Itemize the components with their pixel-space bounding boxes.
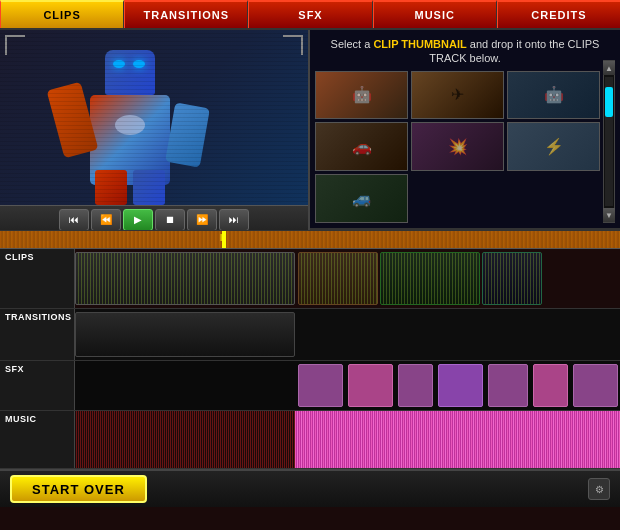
- robot-arm-left: [47, 82, 99, 159]
- track-content-sfx[interactable]: [75, 361, 620, 410]
- robot-chest: [115, 115, 145, 135]
- clip-segment-3[interactable]: [380, 252, 480, 305]
- clip-thumb-6[interactable]: ⚡: [507, 122, 600, 171]
- main-area: ⏮ ⏪ ▶ ⏹ ⏩ ⏭ Select a CLIP THUMBNAIL and …: [0, 30, 620, 230]
- robot-leg-right: [133, 170, 165, 205]
- clip-segment-1[interactable]: [75, 252, 295, 305]
- tab-sfx[interactable]: SFX: [248, 0, 372, 28]
- corner-tl: [5, 35, 25, 55]
- clip-thumbnail-grid: 🤖 ✈ 🤖 🚗 💥: [315, 71, 615, 223]
- clip-scrollbar: ▲ ▼: [603, 60, 615, 223]
- sfx-segment-6[interactable]: [533, 364, 568, 407]
- play-button[interactable]: ▶: [123, 209, 153, 231]
- scroll-thumb[interactable]: [605, 87, 613, 117]
- scroll-up-arrow[interactable]: ▲: [603, 61, 615, 75]
- sfx-segment-1[interactable]: [298, 364, 343, 407]
- tab-music[interactable]: MUSIC: [373, 0, 497, 28]
- robot-eye-right: [133, 60, 145, 68]
- video-preview: ⏮ ⏪ ▶ ⏹ ⏩ ⏭: [0, 30, 310, 230]
- corner-tr: [283, 35, 303, 55]
- forward-fast-button[interactable]: ⏭: [219, 209, 249, 231]
- robot-leg-left: [95, 170, 127, 205]
- track-content-transitions[interactable]: [75, 309, 620, 360]
- timeline: CLIPS TRANSITIONS: [0, 230, 620, 469]
- music-segment-bright[interactable]: [295, 411, 620, 468]
- sfx-segment-5[interactable]: [488, 364, 528, 407]
- clip-segment-4[interactable]: [482, 252, 542, 305]
- track-label-sfx: SFX: [0, 361, 75, 410]
- tab-clips[interactable]: CLIPS: [0, 0, 124, 28]
- track-content-music[interactable]: [75, 411, 620, 468]
- nav-tabs: CLIPS TRANSITIONS SFX MUSIC CREDITS: [0, 0, 620, 30]
- clip-thumb-1[interactable]: 🤖: [315, 71, 408, 120]
- tab-transitions[interactable]: TRANSITIONS: [124, 0, 248, 28]
- track-row-music: MUSIC: [0, 411, 620, 469]
- sfx-segment-4[interactable]: [438, 364, 483, 407]
- rewind-button[interactable]: ⏪: [91, 209, 121, 231]
- clip-thumb-2[interactable]: ✈: [411, 71, 504, 120]
- clip-thumb-7[interactable]: 🚙: [315, 174, 408, 223]
- bottom-bar: START OVER ⚙: [0, 469, 620, 507]
- clip-thumb-4[interactable]: 🚗: [315, 122, 408, 171]
- settings-icon[interactable]: ⚙: [588, 478, 610, 500]
- rewind-fast-button[interactable]: ⏮: [59, 209, 89, 231]
- track-row-transitions: TRANSITIONS: [0, 309, 620, 361]
- sfx-segment-3[interactable]: [398, 364, 433, 407]
- scroll-track: [605, 77, 613, 206]
- clip-thumb-5[interactable]: 💥: [411, 122, 504, 171]
- clip-instruction: Select a CLIP THUMBNAIL and drop it onto…: [315, 35, 615, 71]
- robot-head: [105, 50, 155, 95]
- video-controls: ⏮ ⏪ ▶ ⏹ ⏩ ⏭: [0, 205, 308, 230]
- track-label-transitions: TRANSITIONS: [0, 309, 75, 360]
- clip-selector: Select a CLIP THUMBNAIL and drop it onto…: [310, 30, 620, 228]
- ruler-bar: [0, 231, 620, 248]
- robot-eye-left: [113, 60, 125, 68]
- start-over-button[interactable]: START OVER: [10, 475, 147, 503]
- clips-bg: [75, 249, 620, 308]
- transition-segment-1[interactable]: [75, 312, 295, 357]
- track-label-clips: CLIPS: [0, 249, 75, 308]
- playhead[interactable]: [222, 231, 226, 248]
- clip-thumb-3[interactable]: 🤖: [507, 71, 600, 120]
- forward-button[interactable]: ⏩: [187, 209, 217, 231]
- track-row-sfx: SFX: [0, 361, 620, 411]
- music-segment-dark: [75, 411, 295, 468]
- robot-arm-right: [165, 102, 210, 167]
- track-content-clips[interactable]: [75, 249, 620, 308]
- video-frame: [0, 30, 308, 205]
- tab-credits[interactable]: CREDITS: [497, 0, 620, 28]
- track-row-clips: CLIPS: [0, 249, 620, 309]
- scroll-down-arrow[interactable]: ▼: [603, 208, 615, 222]
- sfx-segment-7[interactable]: [573, 364, 618, 407]
- sfx-segment-2[interactable]: [348, 364, 393, 407]
- track-label-music: MUSIC: [0, 411, 75, 468]
- stop-button[interactable]: ⏹: [155, 209, 185, 231]
- robot-character: [30, 40, 230, 205]
- clip-segment-2[interactable]: [298, 252, 378, 305]
- timeline-ruler: [0, 231, 620, 249]
